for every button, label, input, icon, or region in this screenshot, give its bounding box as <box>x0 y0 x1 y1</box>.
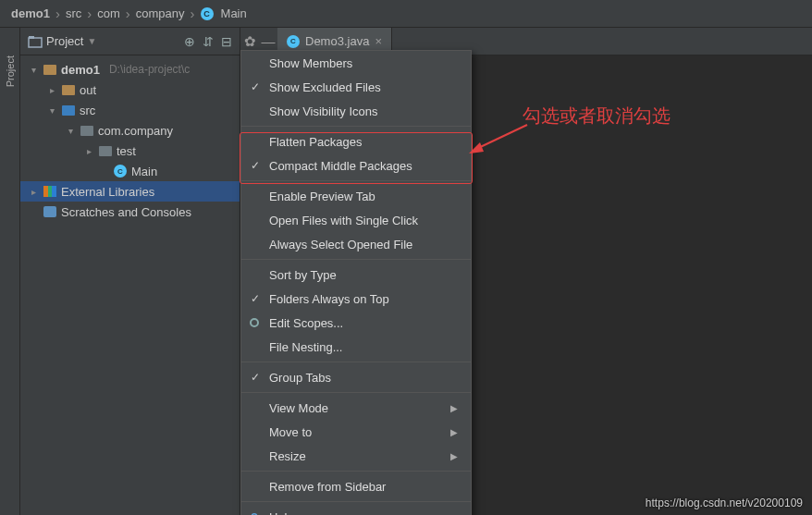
menu-show-visibility[interactable]: Show Visibility Icons <box>241 99 471 123</box>
project-panel: Project ▼ ⊕ ⇵ ⊟ demo1 D:\idea-project\c … <box>20 28 240 515</box>
target-icon[interactable]: ⊕ <box>184 34 195 49</box>
tree-row-out[interactable]: out <box>20 80 240 100</box>
expand-icon[interactable]: ⇵ <box>203 34 214 49</box>
chevron-right-icon: › <box>126 6 130 21</box>
help-icon: ? <box>251 510 258 516</box>
tree-row-main[interactable]: C Main <box>20 161 240 181</box>
package-icon <box>80 126 93 136</box>
menu-separator <box>241 180 471 181</box>
context-menu: Show Members ✓Show Excluded Files Show V… <box>240 50 472 515</box>
menu-remove-sidebar[interactable]: Remove from Sidebar <box>241 474 471 498</box>
check-icon: ✓ <box>251 371 260 384</box>
folder-icon <box>43 65 56 75</box>
tree-row-test[interactable]: test <box>20 141 240 161</box>
tree-label: Main <box>131 165 157 178</box>
svg-rect-1 <box>29 36 34 39</box>
gear-icon[interactable]: ✿ <box>240 33 259 50</box>
radio-icon <box>250 318 259 327</box>
tree-label: External Libraries <box>61 185 154 199</box>
breadcrumb: demo1 › src › com › company › C Main <box>0 0 812 28</box>
panel-title: Project <box>46 34 83 48</box>
package-icon <box>99 146 112 156</box>
tree-row-external-libraries[interactable]: External Libraries <box>20 181 240 202</box>
class-icon: C <box>287 35 300 48</box>
menu-separator <box>241 501 471 502</box>
scratches-icon <box>43 206 56 217</box>
submenu-icon: ▶ <box>450 403 458 413</box>
breadcrumb-item[interactable]: demo1 <box>11 6 50 20</box>
menu-view-mode[interactable]: View Mode▶ <box>241 396 471 420</box>
chevron-right-icon: › <box>55 6 60 21</box>
breadcrumb-item[interactable]: Main <box>221 6 247 20</box>
folder-icon <box>62 85 75 95</box>
tree-label: test <box>117 144 136 158</box>
tree-row-package[interactable]: com.company <box>20 120 240 141</box>
breadcrumb-item[interactable]: com <box>97 6 120 20</box>
tree-row-project[interactable]: demo1 D:\idea-project\c <box>20 59 240 80</box>
tree-label: com.company <box>98 124 173 138</box>
menu-separator <box>241 392 471 393</box>
collapse-icon[interactable]: ⊟ <box>221 34 232 49</box>
menu-edit-scopes[interactable]: Edit Scopes... <box>241 311 471 335</box>
menu-separator <box>241 362 471 362</box>
svg-line-2 <box>474 125 527 150</box>
tree-label: src <box>80 104 95 117</box>
project-tool-tab[interactable]: Project <box>0 28 20 515</box>
menu-move-to[interactable]: Move to▶ <box>241 420 471 444</box>
menu-always-select[interactable]: Always Select Opened File <box>241 232 471 256</box>
chevron-right-icon: › <box>191 6 195 21</box>
source-folder-icon <box>62 105 75 116</box>
minimize-icon[interactable]: — <box>259 33 277 49</box>
chevron-right-icon: › <box>87 6 92 21</box>
menu-flatten-packages[interactable]: Flatten Packages <box>241 129 471 153</box>
menu-file-nesting[interactable]: File Nesting... <box>241 335 471 359</box>
menu-sort-by-type[interactable]: Sort by Type <box>241 263 471 287</box>
menu-group-tabs[interactable]: ✓Group Tabs <box>241 365 471 389</box>
menu-separator <box>241 126 471 127</box>
svg-rect-0 <box>29 38 42 47</box>
project-tree: demo1 D:\idea-project\c out src com.comp… <box>20 55 240 515</box>
class-icon: C <box>114 165 127 178</box>
tree-row-src[interactable]: src <box>20 100 240 120</box>
check-icon: ✓ <box>251 80 260 93</box>
sidebar-tab-label: Project <box>5 55 16 87</box>
libraries-icon <box>43 186 56 197</box>
breadcrumb-item[interactable]: company <box>136 6 185 20</box>
class-icon: C <box>201 7 214 20</box>
close-icon[interactable]: × <box>375 34 382 48</box>
menu-show-excluded[interactable]: ✓Show Excluded Files <box>241 75 471 99</box>
watermark: https://blog.csdn.net/v20200109 <box>646 497 803 509</box>
menu-enable-preview[interactable]: Enable Preview Tab <box>241 184 471 208</box>
menu-compact-middle-packages[interactable]: ✓Compact Middle Packages <box>241 153 471 178</box>
menu-folders-top[interactable]: ✓Folders Always on Top <box>241 287 471 311</box>
project-view-icon <box>28 35 43 48</box>
svg-marker-3 <box>469 142 484 153</box>
submenu-icon: ▶ <box>450 451 458 461</box>
tree-label: out <box>80 83 96 97</box>
tab-label: Demo3.java <box>305 34 369 48</box>
menu-open-single-click[interactable]: Open Files with Single Click <box>241 208 471 232</box>
dropdown-icon[interactable]: ▼ <box>87 36 96 46</box>
project-panel-header: Project ▼ ⊕ ⇵ ⊟ <box>20 28 240 55</box>
tree-label: Scratches and Consoles <box>61 205 191 219</box>
tree-row-scratches[interactable]: Scratches and Consoles <box>20 202 240 222</box>
submenu-icon: ▶ <box>450 427 458 437</box>
menu-show-members[interactable]: Show Members <box>241 51 471 75</box>
tree-label: demo1 <box>61 63 100 77</box>
menu-resize[interactable]: Resize▶ <box>241 444 471 468</box>
annotation-text: 勾选或者取消勾选 <box>523 104 671 129</box>
menu-separator <box>241 259 471 260</box>
breadcrumb-item[interactable]: src <box>66 6 81 20</box>
check-icon: ✓ <box>251 159 260 172</box>
tree-hint: D:\idea-project\c <box>109 63 190 76</box>
check-icon: ✓ <box>251 292 260 305</box>
menu-separator <box>241 471 471 472</box>
menu-help[interactable]: ?Help <box>241 505 471 515</box>
